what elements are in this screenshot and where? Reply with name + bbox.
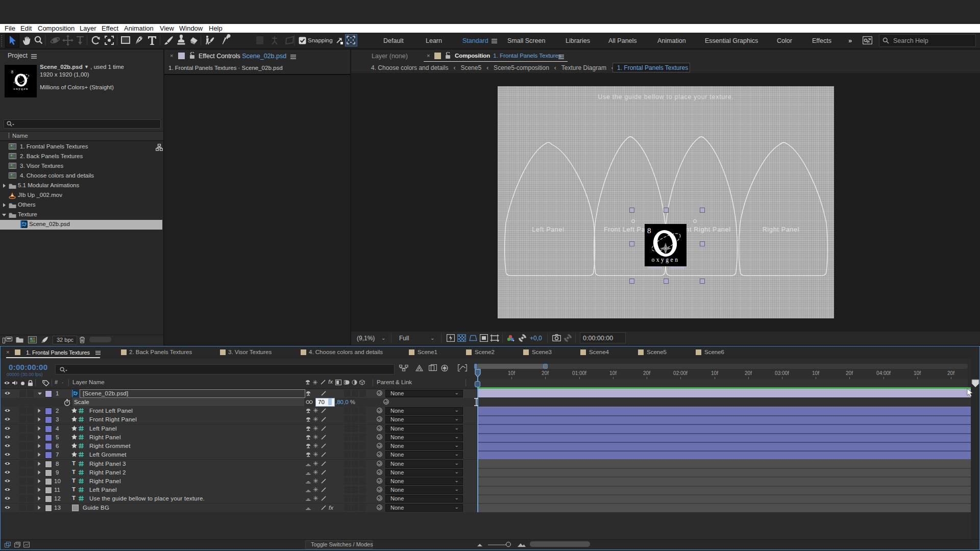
svg-text:8: 8 [11, 70, 13, 74]
svg-text:Ps: Ps [74, 391, 78, 394]
svg-text:8: 8 [647, 227, 651, 235]
svg-text:oxygen: oxygen [13, 87, 29, 91]
svg-text:oxygen: oxygen [652, 257, 680, 263]
